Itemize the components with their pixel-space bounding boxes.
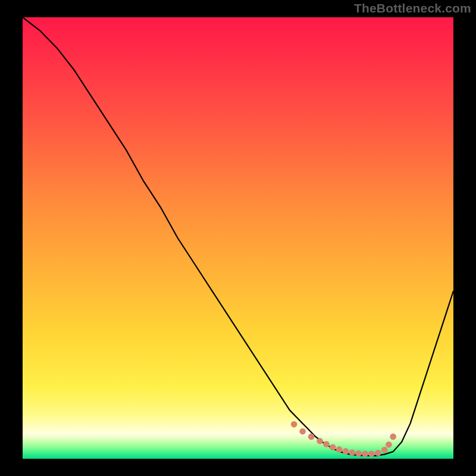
marker-dot (308, 434, 315, 440)
curve-layer (23, 17, 453, 459)
marker-dot (330, 444, 336, 450)
marker-dot (291, 421, 298, 428)
plot-area (23, 17, 453, 459)
marker-dot (362, 451, 368, 458)
bottleneck-curve (23, 17, 453, 456)
low-zone-dots (291, 421, 396, 457)
marker-dot (343, 448, 349, 455)
watermark-text: TheBottleneck.com (354, 1, 471, 15)
marker-dot (386, 441, 392, 448)
bottleneck-curve-path (23, 17, 453, 456)
marker-dot (317, 438, 323, 444)
marker-dot (390, 434, 396, 440)
marker-dot (368, 451, 375, 458)
marker-dot (299, 428, 306, 435)
marker-dot (349, 449, 356, 456)
marker-dot (381, 447, 388, 453)
marker-dot (355, 450, 362, 457)
marker-dot (323, 441, 330, 447)
chart-frame: TheBottleneck.com (0, 0, 476, 476)
marker-dot (336, 446, 343, 453)
marker-dot (375, 450, 381, 456)
